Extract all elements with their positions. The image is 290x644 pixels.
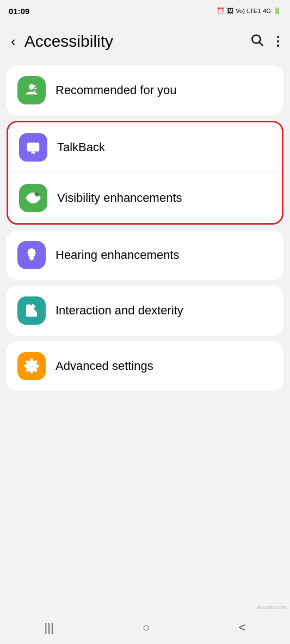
toolbar: ‹ Accessibility [0,22,290,61]
back-button[interactable]: ‹ [7,29,20,54]
battery-icon: 🔋 [273,7,281,15]
alarm-icon: ⏰ [217,7,225,15]
signal-icon: 4G [263,8,271,14]
visibility-item[interactable]: + Visibility enhancements [8,173,282,223]
settings-list: Recommended for you TalkBack + [0,61,290,395]
svg-text:+: + [31,253,33,257]
recommended-icon [17,76,46,104]
talkback-card: TalkBack + Visibility enhancements [7,121,283,225]
svg-rect-3 [27,143,40,151]
interaction-card: Interaction and dexterity [7,286,283,336]
advanced-card: + Advanced settings [7,341,283,391]
hearing-item[interactable]: + Hearing enhancements [7,230,283,280]
status-bar: 01:09 ⏰ 🖼 Vo) LTE1 4G 🔋 [0,0,290,22]
hearing-icon: + [17,241,46,269]
recent-apps-button[interactable]: ||| [34,615,65,640]
status-icons: ⏰ 🖼 Vo) LTE1 4G 🔋 [217,7,281,15]
advanced-label: Advanced settings [55,358,153,374]
lte-icon: LTE1 [247,8,261,14]
hearing-label: Hearing enhancements [55,247,179,263]
nav-bar: ||| ○ < [0,611,290,644]
visibility-icon: + [19,184,47,212]
vol-icon: Vo) [236,8,245,14]
search-button[interactable] [245,28,268,54]
talkback-label: TalkBack [57,140,105,156]
svg-text:+: + [30,368,33,374]
advanced-icon: + [17,352,46,380]
recommended-card: Recommended for you [7,65,283,115]
recommended-item[interactable]: Recommended for you [7,65,283,115]
talkback-item[interactable]: TalkBack [8,122,282,173]
watermark: wsxdn.com [257,604,287,610]
hearing-card: + Hearing enhancements [7,230,283,280]
interaction-icon [17,296,46,325]
advanced-item[interactable]: + Advanced settings [7,341,283,391]
status-time: 01:09 [9,7,29,16]
back-nav-button[interactable]: < [228,615,257,640]
svg-point-2 [29,84,34,90]
interaction-label: Interaction and dexterity [55,303,183,319]
recommended-label: Recommended for you [55,83,177,98]
more-options-button[interactable] [273,32,283,51]
svg-line-1 [260,42,263,46]
visibility-label: Visibility enhancements [57,190,182,206]
home-button[interactable]: ○ [132,615,161,640]
interaction-item[interactable]: Interaction and dexterity [7,286,283,336]
photo-icon: 🖼 [227,7,233,15]
svg-text:+: + [35,193,37,197]
page-title: Accessibility [24,32,241,51]
talkback-icon [19,133,47,162]
